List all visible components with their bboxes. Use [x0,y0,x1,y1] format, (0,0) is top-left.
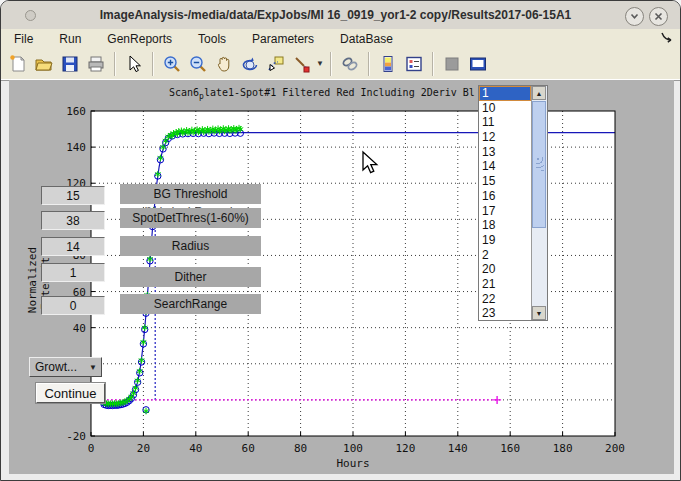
new-file-icon [8,54,28,74]
growth-dropdown-label: Growt... [35,360,77,374]
print-button[interactable] [84,52,108,76]
searchrange-input[interactable] [41,296,105,315]
listbox-item-18[interactable]: 18 [479,218,531,233]
toolbar-separator [330,52,332,76]
dock-arrow-icon[interactable] [660,31,674,49]
zoom-out-icon [188,54,208,74]
colorbar-button[interactable] [376,52,400,76]
save-button[interactable] [58,52,82,76]
growth-dropdown[interactable]: Growt... ▼ [29,357,102,377]
scroll-up-button[interactable]: ▲ [532,86,546,100]
listbox-scrollbar[interactable]: ▲ ▼ [531,86,547,320]
plot-tools-off-button[interactable] [440,52,464,76]
dropdown-caret-icon: ▼ [89,363,97,372]
bg-threshold-label: BG Threshold [120,184,261,204]
continue-button[interactable]: Continue [36,383,105,403]
spotdetthres-label: SpotDetThres(1-60%) [120,208,261,228]
plot-title: Scan6plate1-Spot#1 Filtered Red Includin… [169,87,475,101]
dither-input[interactable] [41,263,105,282]
spot-listbox[interactable]: 110111213141516171819220212223 ▲ ▼ [478,85,548,321]
insert-legend-button[interactable] [402,52,426,76]
listbox-item-23[interactable]: 23 [479,306,531,320]
menu-item-genreports[interactable]: GenReports [94,30,185,48]
dock-figure-button[interactable] [466,52,490,76]
brush-icon [292,54,312,74]
plot-tools-off-icon [442,54,462,74]
pan-hand-icon [214,54,234,74]
zoom-in-icon [162,54,182,74]
listbox-item-20[interactable]: 20 [479,262,531,277]
legend-icon [404,54,424,74]
new-file-button[interactable] [6,52,30,76]
toolbar-separator [368,52,370,76]
listbox-item-13[interactable]: 13 [479,145,531,160]
link-plots-button[interactable] [338,52,362,76]
listbox-item-17[interactable]: 17 [479,204,531,219]
chevron-down-icon [629,11,640,22]
zoom-in-button[interactable] [160,52,184,76]
menu-item-database[interactable]: DataBase [327,30,406,48]
listbox-item-22[interactable]: 22 [479,292,531,307]
zoom-out-button[interactable] [186,52,210,76]
menubar: FileRunGenReportsToolsParametersDataBase [1,29,680,48]
selection-cursor-button[interactable] [122,52,146,76]
rotate-3d-icon [240,54,260,74]
menu-item-tools[interactable]: Tools [185,30,239,48]
listbox-item-15[interactable]: 15 [479,174,531,189]
searchrange-label: SearchRange [120,294,261,314]
spotdetthres-input[interactable] [41,211,105,230]
save-icon [60,54,80,74]
colorbar-icon [378,54,398,74]
open-folder-icon [34,54,54,74]
radius-label: Radius [120,236,261,256]
scrollbar-grip [536,157,544,171]
menu-item-run[interactable]: Run [46,30,94,48]
print-icon [86,54,106,74]
dock-figure-icon [468,54,488,74]
arrow-cursor-icon [124,54,144,74]
titlebar[interactable]: ImageAnalysis-/media/data/ExpJobs/MI 16_… [1,1,680,30]
data-cursor-icon [266,54,286,74]
plot-title-prefix: Scan6 [169,87,199,98]
data-cursor-button[interactable] [264,52,288,76]
continue-button-label: Continue [44,386,96,401]
figure-canvas [9,80,674,474]
listbox-item-1[interactable]: 1 [479,86,531,101]
close-button[interactable] [649,7,668,26]
listbox-item-12[interactable]: 12 [479,130,531,145]
toolbar-separator [152,52,154,76]
listbox-item-16[interactable]: 16 [479,189,531,204]
open-file-button[interactable] [32,52,56,76]
plot-title-rest: late1-Spot#1 Filtered Red Including 2Der… [204,87,475,98]
toolbar: ▼ [1,48,680,80]
dock-arrow-glyph [660,31,674,45]
close-icon [653,11,664,22]
menu-item-file[interactable]: File [1,30,46,48]
x-axis-label: Hours [323,457,383,470]
listbox-item-10[interactable]: 10 [479,101,531,116]
scroll-down-button[interactable]: ▼ [532,306,546,320]
link-icon [340,54,360,74]
minimize-button[interactable] [625,7,644,26]
listbox-item-21[interactable]: 21 [479,277,531,292]
rotate-3d-button[interactable] [238,52,262,76]
window-menu-icon[interactable] [25,10,36,21]
bg-threshold-input[interactable] [41,186,105,205]
app-window: ImageAnalysis-/media/data/ExpJobs/MI 16_… [0,0,681,481]
listbox-item-14[interactable]: 14 [479,159,531,174]
listbox-item-2[interactable]: 2 [479,248,531,263]
brush-dropdown-button[interactable]: ▼ [315,52,325,76]
brush-button[interactable] [290,52,314,76]
listbox-item-19[interactable]: 19 [479,233,531,248]
pan-button[interactable] [212,52,236,76]
menu-item-parameters[interactable]: Parameters [239,30,327,48]
toolbar-separator [114,52,116,76]
dither-label: Dither [120,267,261,287]
radius-input[interactable] [41,237,105,256]
scrollbar-thumb[interactable] [532,101,546,228]
listbox-item-11[interactable]: 11 [479,115,531,130]
toolbar-separator [432,52,434,76]
window-title: ImageAnalysis-/media/data/ExpJobs/MI 16_… [1,8,680,22]
listbox-items: 110111213141516171819220212223 [479,86,531,320]
